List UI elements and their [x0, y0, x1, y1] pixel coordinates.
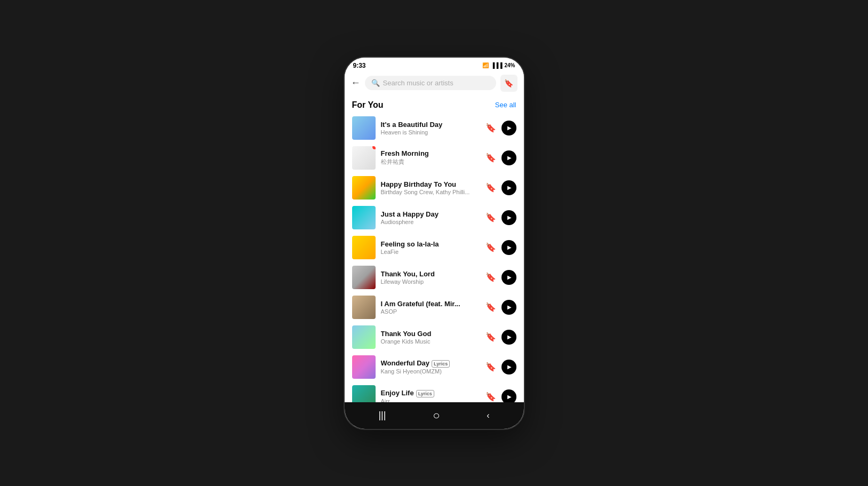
song-thumbnail: [352, 206, 376, 229]
play-icon: ▶: [507, 304, 512, 310]
song-thumbnail: [352, 116, 376, 140]
song-artist: 松井祐貴: [381, 158, 480, 166]
list-item[interactable]: Feeling so la-la-laLeaFie🔖▶: [345, 233, 524, 262]
recent-apps-button[interactable]: |||: [378, 410, 386, 421]
play-icon: ▶: [507, 244, 512, 250]
play-button[interactable]: ▶: [501, 240, 516, 255]
song-title: Thank You God: [381, 330, 480, 338]
song-thumbnail: [352, 146, 376, 170]
notification-dot: [372, 146, 376, 150]
play-icon: ▶: [507, 214, 512, 220]
header-bookmark-button[interactable]: 🔖: [500, 75, 517, 92]
status-icons: 📶 ▐▐▐ 24%: [482, 62, 515, 68]
play-icon: ▶: [507, 334, 512, 340]
list-item[interactable]: Just a Happy DayAudiosphere🔖▶: [345, 203, 524, 233]
lyrics-badge: Lyrics: [432, 360, 450, 368]
play-icon: ▶: [507, 125, 512, 131]
play-icon: ▶: [507, 274, 512, 280]
song-title: Fresh Morning: [381, 149, 480, 157]
wifi-icon: 📶: [482, 62, 489, 68]
see-all-button[interactable]: See all: [495, 101, 516, 109]
song-bookmark-icon[interactable]: 🔖: [485, 362, 496, 372]
song-thumbnail: [352, 266, 376, 289]
battery-indicator: 24%: [504, 62, 515, 68]
list-item[interactable]: Thank You GodOrange Kids Music🔖▶: [345, 322, 524, 352]
play-button[interactable]: ▶: [501, 300, 516, 315]
play-button[interactable]: ▶: [501, 210, 516, 225]
play-button[interactable]: ▶: [501, 180, 516, 195]
play-button[interactable]: ▶: [501, 330, 516, 345]
play-button[interactable]: ▶: [501, 389, 516, 402]
song-bookmark-icon[interactable]: 🔖: [485, 302, 496, 312]
phone-frame: 9:33 📶 ▐▐▐ 24% ← 🔍 Search music or artis…: [344, 57, 525, 430]
song-artist: LeaFie: [381, 249, 480, 255]
play-button[interactable]: ▶: [501, 360, 516, 375]
song-title: Wonderful DayLyrics: [381, 359, 480, 368]
song-artist: Airr: [381, 398, 480, 402]
status-bar: 9:33 📶 ▐▐▐ 24%: [345, 58, 524, 71]
song-artist: Heaven is Shining: [381, 129, 480, 136]
play-icon: ▶: [507, 364, 512, 370]
song-thumbnail: [352, 355, 376, 379]
search-bar-area: ← 🔍 Search music or artists 🔖: [345, 71, 524, 95]
list-item[interactable]: Thank You, LordLifeway Worship🔖▶: [345, 262, 524, 292]
song-artist: Audiosphere: [381, 219, 480, 225]
song-thumbnail: [352, 385, 376, 402]
list-item[interactable]: Enjoy LifeLyricsAirr🔖▶: [345, 382, 524, 402]
song-artist: Kang Si Hyeon(OMZM): [381, 368, 480, 375]
search-input[interactable]: Search music or artists: [383, 79, 453, 87]
song-thumbnail: [352, 236, 376, 259]
list-item[interactable]: It's a Beautiful DayHeaven is Shining🔖▶: [345, 113, 524, 143]
play-icon: ▶: [507, 155, 512, 161]
song-title: Happy Birthday To You: [381, 180, 480, 188]
home-button[interactable]: ○: [433, 409, 440, 423]
back-button[interactable]: ←: [351, 77, 361, 89]
song-title: Thank You, Lord: [381, 270, 480, 278]
song-title: I Am Grateful (feat. Mir...: [381, 300, 480, 308]
list-item[interactable]: Happy Birthday To YouBirthday Song Crew,…: [345, 173, 524, 203]
nav-bar: ||| ○ ‹: [345, 402, 524, 429]
song-title: It's a Beautiful Day: [381, 121, 480, 129]
song-title: Just a Happy Day: [381, 210, 480, 218]
song-artist: ASOP: [381, 308, 480, 315]
section-header: For You See all: [345, 95, 524, 113]
section-title: For You: [352, 100, 384, 110]
song-bookmark-icon[interactable]: 🔖: [485, 123, 496, 133]
list-item[interactable]: Fresh Morning松井祐貴🔖▶: [345, 143, 524, 173]
song-bookmark-icon[interactable]: 🔖: [485, 153, 496, 163]
song-title: Feeling so la-la-la: [381, 240, 480, 248]
content-area: For You See all It's a Beautiful DayHeav…: [345, 95, 524, 402]
list-item[interactable]: Wonderful DayLyricsKang Si Hyeon(OMZM)🔖▶: [345, 352, 524, 382]
signal-icon: ▐▐▐: [491, 62, 502, 68]
song-bookmark-icon[interactable]: 🔖: [485, 272, 496, 282]
song-thumbnail: [352, 325, 376, 349]
song-bookmark-icon[interactable]: 🔖: [485, 182, 496, 193]
play-icon: ▶: [507, 394, 512, 400]
song-bookmark-icon[interactable]: 🔖: [485, 242, 496, 252]
nav-back-button[interactable]: ‹: [487, 411, 489, 420]
play-button[interactable]: ▶: [501, 121, 516, 136]
song-title: Enjoy LifeLyrics: [381, 389, 480, 397]
play-button[interactable]: ▶: [501, 150, 516, 165]
song-artist: Lifeway Worship: [381, 278, 480, 285]
list-item[interactable]: I Am Grateful (feat. Mir...ASOP🔖▶: [345, 292, 524, 322]
song-artist: Birthday Song Crew, Kathy Philli...: [381, 189, 480, 195]
play-icon: ▶: [507, 185, 512, 190]
song-bookmark-icon[interactable]: 🔖: [485, 332, 496, 342]
status-time: 9:33: [353, 62, 366, 69]
search-icon: 🔍: [371, 79, 380, 87]
song-bookmark-icon[interactable]: 🔖: [485, 212, 496, 222]
song-bookmark-icon[interactable]: 🔖: [485, 392, 496, 402]
play-button[interactable]: ▶: [501, 270, 516, 285]
search-input-wrap[interactable]: 🔍 Search music or artists: [365, 76, 496, 90]
bookmark-header-icon: 🔖: [504, 79, 513, 87]
song-list: It's a Beautiful DayHeaven is Shining🔖▶F…: [345, 113, 524, 402]
song-artist: Orange Kids Music: [381, 338, 480, 345]
lyrics-badge: Lyrics: [416, 390, 434, 397]
song-thumbnail: [352, 176, 376, 200]
song-thumbnail: [352, 296, 376, 319]
